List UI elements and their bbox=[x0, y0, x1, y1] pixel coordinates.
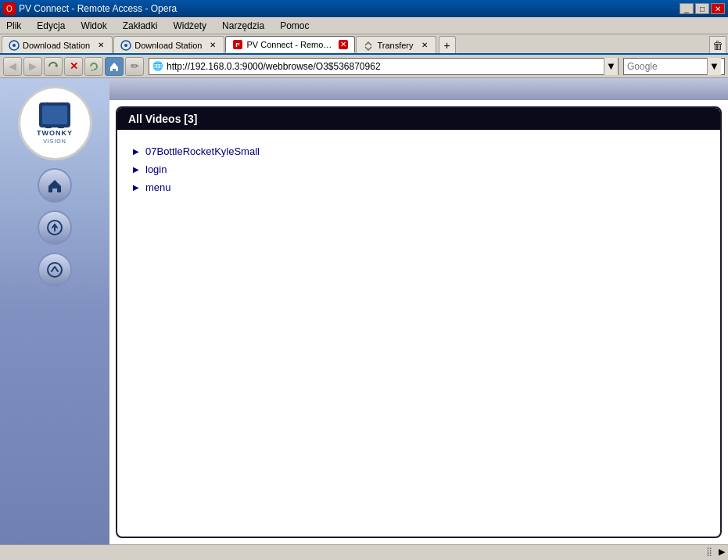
menu-bar: Plik Edycja Widok Zakładki Widżety Narzę… bbox=[0, 17, 728, 34]
sidebar-home-button[interactable] bbox=[38, 168, 72, 203]
svg-rect-15 bbox=[58, 126, 64, 128]
status-right: ⣿ ▶ bbox=[706, 547, 725, 557]
tab-label-1: Download Station bbox=[23, 41, 90, 50]
menu-widzety[interactable]: Widżety bbox=[170, 19, 210, 33]
address-input[interactable] bbox=[167, 61, 604, 72]
svg-line-13 bbox=[59, 102, 63, 109]
address-bar-wrap[interactable]: 🌐 ▼ bbox=[149, 58, 619, 75]
play-icon-2: ▶ bbox=[133, 183, 139, 192]
video-name-2[interactable]: menu bbox=[145, 181, 171, 193]
tab-trash-button[interactable]: 🗑 bbox=[709, 36, 726, 53]
sidebar: TWONKY VISION bbox=[0, 78, 109, 544]
tab-bar: Download Station ✕ Download Station ✕ P … bbox=[0, 34, 728, 55]
svg-rect-8 bbox=[42, 109, 67, 126]
tab-close-1[interactable]: ✕ bbox=[96, 41, 106, 50]
svg-rect-14 bbox=[45, 126, 52, 128]
title-bar-left: O PV Connect - Remote Access - Opera bbox=[3, 2, 177, 15]
toolbar: ◀ ▶ ✕ ✏ 🌐 ▼ ▼ bbox=[0, 55, 728, 78]
forward-button[interactable]: ▶ bbox=[23, 57, 42, 76]
sidebar-upload-button[interactable] bbox=[38, 210, 72, 245]
title-bar: O PV Connect - Remote Access - Opera _ □… bbox=[0, 0, 728, 17]
search-input[interactable] bbox=[627, 61, 707, 72]
search-dropdown[interactable]: ▼ bbox=[707, 58, 721, 75]
svg-point-11 bbox=[53, 116, 56, 119]
play-icon-0: ▶ bbox=[133, 147, 139, 156]
menu-widok[interactable]: Widok bbox=[77, 19, 109, 33]
video-name-0[interactable]: 07BottleRocketKyleSmall bbox=[145, 145, 260, 157]
stop-button[interactable]: ✕ bbox=[64, 57, 83, 76]
play-icon-1: ▶ bbox=[133, 165, 139, 174]
tab-close-2[interactable]: ✕ bbox=[208, 41, 217, 50]
address-icon: 🌐 bbox=[152, 61, 163, 71]
maximize-button[interactable]: □ bbox=[695, 3, 709, 14]
address-dropdown[interactable]: ▼ bbox=[604, 58, 618, 75]
title-bar-buttons[interactable]: _ □ ✕ bbox=[680, 3, 725, 14]
close-button[interactable]: ✕ bbox=[711, 3, 725, 14]
back-button[interactable]: ◀ bbox=[3, 57, 22, 76]
svg-text:P: P bbox=[236, 41, 241, 48]
page-header-bar bbox=[109, 78, 728, 100]
tab-pv-connect[interactable]: P PV Connect - Remote Ac... ✕ bbox=[225, 36, 355, 53]
svg-rect-9 bbox=[45, 111, 65, 124]
tab-close-4[interactable]: ✕ bbox=[420, 41, 429, 50]
menu-pomoc[interactable]: Pomoc bbox=[277, 19, 312, 33]
svg-point-1 bbox=[13, 44, 16, 47]
video-name-1[interactable]: login bbox=[145, 163, 167, 175]
video-item-0[interactable]: ▶ 07BottleRocketKyleSmall bbox=[133, 142, 705, 160]
video-item-1[interactable]: ▶ login bbox=[133, 160, 705, 178]
menu-narzedzia[interactable]: Narzędzia bbox=[219, 19, 267, 33]
svg-point-17 bbox=[48, 263, 62, 277]
tab-icon-2 bbox=[120, 40, 131, 51]
content-body: ▶ 07BottleRocketKyleSmall ▶ login ▶ menu bbox=[117, 130, 720, 209]
svg-line-12 bbox=[47, 102, 50, 109]
svg-point-3 bbox=[124, 44, 127, 47]
minimize-button[interactable]: _ bbox=[680, 3, 694, 14]
app-icon: O bbox=[3, 2, 16, 15]
tab-download-station-1[interactable]: Download Station ✕ bbox=[2, 36, 113, 53]
logo-text-twonky: TWONKY bbox=[37, 129, 73, 137]
content-panel: All Videos [3] ▶ 07BottleRocketKyleSmall… bbox=[116, 106, 722, 538]
content-title: All Videos [3] bbox=[117, 108, 720, 130]
tab-icon-1 bbox=[9, 40, 20, 51]
twonky-logo: TWONKY VISION bbox=[37, 102, 73, 144]
scroll-right[interactable]: ▶ bbox=[719, 547, 725, 557]
tab-icon-4 bbox=[363, 40, 374, 51]
sidebar-up-button[interactable] bbox=[38, 253, 72, 287]
home-button[interactable] bbox=[105, 57, 124, 76]
menu-zakladki[interactable]: Zakładki bbox=[120, 19, 161, 33]
tab-download-station-2[interactable]: Download Station ✕ bbox=[113, 36, 224, 53]
window-title: PV Connect - Remote Access - Opera bbox=[19, 3, 177, 14]
reload2-button[interactable] bbox=[84, 57, 103, 76]
search-wrap[interactable]: ▼ bbox=[623, 58, 725, 75]
twonky-tv-icon bbox=[39, 102, 70, 127]
logo-circle: TWONKY VISION bbox=[18, 86, 92, 160]
tab-label-3: PV Connect - Remote Ac... bbox=[246, 40, 332, 49]
tab-label-4: Transfery bbox=[377, 41, 413, 50]
browser-content: TWONKY VISION All Videos [3] bbox=[0, 78, 728, 544]
tab-label-2: Download Station bbox=[134, 41, 202, 50]
video-item-2[interactable]: ▶ menu bbox=[133, 178, 705, 196]
svg-marker-7 bbox=[91, 70, 94, 71]
tab-icon-3: P bbox=[232, 39, 243, 50]
menu-plik[interactable]: Plik bbox=[3, 19, 24, 33]
status-dot: ⣿ bbox=[706, 547, 712, 557]
svg-point-10 bbox=[51, 113, 59, 121]
add-tab-button[interactable]: + bbox=[439, 36, 456, 53]
edit-button[interactable]: ✏ bbox=[125, 57, 144, 76]
page-area: All Videos [3] ▶ 07BottleRocketKyleSmall… bbox=[109, 78, 728, 544]
reload-button[interactable] bbox=[44, 57, 63, 76]
logo-text-vision: VISION bbox=[43, 138, 66, 144]
tab-close-3[interactable]: ✕ bbox=[339, 40, 348, 49]
status-bar: ⣿ ▶ bbox=[0, 544, 728, 558]
menu-edycja[interactable]: Edycja bbox=[34, 19, 68, 33]
tab-transfery[interactable]: Transfery ✕ bbox=[356, 36, 436, 53]
